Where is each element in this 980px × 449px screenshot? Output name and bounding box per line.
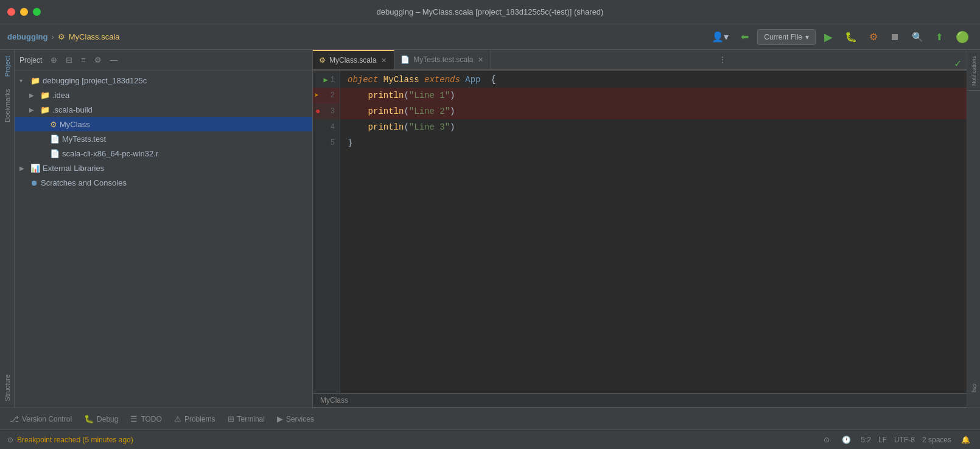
- tab-version-control[interactable]: ⎇ Version Control: [5, 412, 77, 426]
- tree-item-ext-libs[interactable]: ▶ 📊 External Libraries: [15, 161, 312, 175]
- debug-button[interactable]: 🐛: [841, 29, 861, 45]
- code-editor[interactable]: ▶ 1 ➤ 2 ● 3 4 5: [313, 71, 967, 393]
- scala-build-label: .scala-build: [52, 105, 93, 114]
- maximize-button[interactable]: [33, 8, 41, 16]
- notifications-icon-button[interactable]: 🔔: [959, 434, 973, 445]
- debug-icon: 🐛: [84, 414, 94, 423]
- scratches-icon: ⏺: [30, 178, 38, 187]
- indent[interactable]: 2 spaces: [922, 436, 951, 444]
- sidebar-item-structure[interactable]: Structure: [0, 368, 15, 408]
- tree-item-idea[interactable]: ▶ 📁 .idea: [15, 88, 312, 102]
- project-panel-title: Project: [19, 56, 42, 64]
- bookmarks-tab-label: Bookmarks: [4, 89, 11, 122]
- gutter: ▶ 1 ➤ 2 ● 3 4 5: [313, 71, 340, 393]
- run-config-selector[interactable]: Current File ▾: [757, 29, 816, 45]
- ext-libs-icon: 📊: [30, 164, 40, 173]
- gutter-line-4: 4: [313, 119, 340, 135]
- traffic-lights: [7, 8, 41, 16]
- code-content[interactable]: object MyClass extends App { println("Li…: [340, 71, 967, 393]
- tree-item-mytests[interactable]: 📄 MyTests.test: [15, 131, 312, 146]
- minimize-button[interactable]: [20, 8, 28, 16]
- breadcrumb-myclass: MyClass: [320, 396, 348, 405]
- tab-mytests-close[interactable]: ✕: [477, 55, 485, 64]
- breadcrumb: debugging › ⚙ MyClass.scala: [7, 32, 120, 41]
- line-num-2: 2: [331, 91, 335, 100]
- paren-close-3: ): [450, 122, 455, 132]
- tab-debug[interactable]: 🐛 Debug: [79, 412, 123, 426]
- tab-myclass-label: MyClass.scala: [329, 56, 376, 64]
- services-label: Services: [286, 415, 314, 423]
- close-button[interactable]: [7, 8, 15, 16]
- tab-mytests-label: MyTests.test.scala: [413, 55, 473, 64]
- clock-icon-button[interactable]: 🕐: [839, 434, 853, 445]
- collapse-all-button[interactable]: ⊟: [63, 54, 75, 66]
- println-2: println: [368, 106, 404, 116]
- tab-terminal[interactable]: ⊞ Terminal: [223, 412, 270, 426]
- tab-services[interactable]: ▶ Services: [272, 412, 319, 426]
- string-3: "Line 3": [409, 122, 450, 132]
- myclass-label: MyClass: [60, 120, 90, 129]
- tab-mytests[interactable]: 📄 MyTests.test.scala ✕: [394, 50, 491, 69]
- vcs-user-button[interactable]: 👤▾: [708, 29, 732, 45]
- new-file-button[interactable]: ⊕: [48, 54, 60, 66]
- status-message: Breakpoint reached (5 minutes ago): [17, 436, 133, 444]
- git-status-button[interactable]: ⊙: [821, 434, 832, 445]
- run-gutter-1[interactable]: ▶: [324, 75, 328, 85]
- tab-more-button[interactable]: ⋮: [713, 50, 732, 69]
- sidebar-item-bookmarks[interactable]: Bookmarks: [0, 83, 15, 128]
- paren-close-2: ): [450, 106, 455, 116]
- cursor-position: 5:2: [861, 436, 871, 444]
- bsp-panel-btn[interactable]: bsp: [968, 370, 980, 406]
- tree-item-scala-build[interactable]: ▶ 📁 .scala-build: [15, 102, 312, 117]
- breakpoint-3-icon[interactable]: ●: [315, 106, 320, 116]
- tab-myclass[interactable]: ⚙ MyClass.scala ✕: [313, 50, 394, 69]
- line-ending[interactable]: LF: [878, 436, 887, 444]
- editor-area: ⚙ MyClass.scala ✕ 📄 MyTests.test.scala ✕…: [313, 50, 967, 408]
- show-options-button[interactable]: ≡: [79, 54, 88, 66]
- file-tree: ▾ 📁 debugging [project_183d125c ▶ 📁 .ide…: [15, 71, 312, 408]
- bsp-label: bsp: [971, 384, 977, 393]
- notifications-label: Notifications: [971, 55, 977, 85]
- class-name: MyClass: [383, 75, 419, 85]
- problems-icon: ⚠: [174, 414, 181, 423]
- code-line-1: object MyClass extends App {: [340, 72, 967, 88]
- problems-label: Problems: [184, 415, 215, 423]
- expand-icon-scala-build: ▶: [29, 106, 38, 113]
- encoding[interactable]: UTF-8: [894, 436, 915, 444]
- hide-panel-button[interactable]: —: [108, 54, 121, 66]
- idea-folder-icon: 📁: [40, 91, 50, 100]
- line-num-3: 3: [331, 107, 335, 116]
- tab-myclass-close[interactable]: ✕: [380, 56, 388, 65]
- file-breadcrumb[interactable]: MyClass.scala: [69, 32, 120, 41]
- debug-label: Debug: [97, 415, 118, 423]
- expand-icon-idea: ▶: [29, 92, 38, 99]
- gear-button[interactable]: ⚙: [92, 54, 104, 66]
- tree-item-scalacli[interactable]: 📄 scala-cli-x86_64-pc-win32.r: [15, 146, 312, 161]
- notifications-panel-btn[interactable]: Notifications: [968, 52, 980, 89]
- version-control-icon: ⎇: [10, 414, 19, 423]
- project-breadcrumb[interactable]: debugging: [7, 32, 47, 41]
- nav-bar: debugging › ⚙ MyClass.scala 👤▾ ⬅ Current…: [0, 24, 980, 50]
- close-brace: }: [348, 138, 352, 148]
- coverage-button[interactable]: ⚙: [866, 29, 881, 45]
- back-forward-button[interactable]: ⬅: [737, 29, 752, 45]
- tree-root[interactable]: ▾ 📁 debugging [project_183d125c: [15, 73, 312, 88]
- title-bar: debugging – MyClass.scala [project_183d1…: [0, 0, 980, 24]
- upload-button[interactable]: ⬆: [932, 29, 947, 45]
- project-toolbar: Project ⊕ ⊟ ≡ ⚙ —: [15, 50, 312, 71]
- sidebar-item-project[interactable]: Project: [0, 50, 15, 83]
- tab-problems[interactable]: ⚠ Problems: [169, 412, 220, 426]
- tree-item-myclass[interactable]: ⚙ MyClass: [15, 117, 312, 131]
- tab-todo[interactable]: ☰ TODO: [125, 412, 166, 426]
- avatar-button[interactable]: 🟢: [952, 28, 973, 46]
- tab-bar: ⚙ MyClass.scala ✕ 📄 MyTests.test.scala ✕…: [313, 50, 967, 71]
- services-icon: ▶: [277, 414, 283, 423]
- search-everywhere-button[interactable]: 🔍: [908, 29, 927, 45]
- tree-item-scratches[interactable]: ⏺ Scratches and Consoles: [15, 175, 312, 190]
- terminal-icon: ⊞: [228, 414, 234, 423]
- terminal-label: Terminal: [237, 415, 265, 423]
- status-left: ⊙ Breakpoint reached (5 minutes ago): [7, 436, 816, 444]
- stop-button[interactable]: ⏹: [886, 29, 903, 45]
- run-button[interactable]: ▶: [821, 28, 836, 46]
- structure-tab-label: Structure: [4, 374, 11, 402]
